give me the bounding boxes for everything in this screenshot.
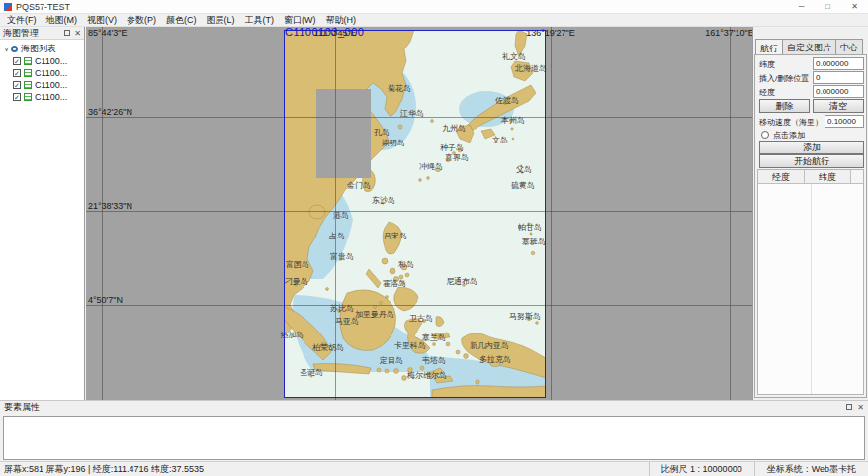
chart-tree: ∨ 海图列表 ✓C1100...✓C1100...✓C1100...✓C1100…	[0, 40, 84, 400]
status-scale: 比例尺 1 : 10000000	[649, 462, 754, 476]
island-label: 加里曼丹岛	[355, 309, 394, 320]
menu-item[interactable]: 图层(L)	[202, 14, 240, 27]
graticule-meridian-line	[335, 27, 336, 400]
chart-manager-panel: 海图管理 ✕ ∨ 海图列表 ✓C1100...✓C1100...✓C1100..…	[0, 27, 85, 400]
island-label: 卡里科岛	[394, 340, 426, 351]
island-label: 尼通布岛	[446, 276, 477, 287]
island-label: 北海道岛	[515, 63, 547, 74]
graticule-meridian-line	[730, 27, 731, 400]
move-speed-label: 移动速度（海里）	[759, 117, 823, 128]
caret-down-icon[interactable]: ∨	[2, 46, 11, 53]
window-title: PQS57-TEST	[16, 2, 70, 12]
chart-item-label: C1100...	[35, 68, 67, 78]
status-bar: 屏幕x:581 屏幕y:196 | 经度:111.4716 纬度:37.5535…	[0, 461, 868, 476]
nautical-chart[interactable]: 礼文岛北海道岛菊花岛佐渡岛江华岛本州岛九州岛孔岛文岛崇明岛种子岛喜界岛冲绳岛父岛…	[284, 30, 546, 398]
island-label: 霍洛岛	[383, 278, 406, 289]
graticule-parallel-line	[86, 117, 752, 118]
island-label: 卫古岛	[409, 313, 433, 324]
tab-center[interactable]: 中心	[835, 39, 863, 54]
island-label: 吕宋岛	[384, 231, 407, 241]
feature-properties-area	[3, 416, 865, 460]
chart-manager-header: 海图管理 ✕	[0, 27, 84, 40]
column-header-longitude[interactable]: 经度	[758, 170, 805, 183]
waypoint-table-header: 经度 纬度	[758, 170, 863, 184]
menu-item[interactable]: 帮助(H)	[321, 14, 362, 27]
close-panel-icon[interactable]: ✕	[857, 403, 864, 412]
checkbox-checked-icon[interactable]: ✓	[13, 81, 21, 89]
menu-item[interactable]: 文件(F)	[2, 14, 42, 27]
island-label: 九州岛	[442, 123, 466, 134]
island-label: 圣诞岛	[300, 367, 323, 378]
longitude-input[interactable]	[813, 85, 864, 98]
checkbox-checked-icon[interactable]: ✓	[13, 93, 21, 101]
chart-list-item[interactable]: ✓C1100...	[0, 67, 84, 78]
insert-delete-position-input[interactable]	[813, 71, 864, 84]
longitude-label: 136°19'27"E	[526, 28, 575, 38]
island-label: 马亚岛	[335, 316, 359, 327]
latitude-label: 21°38'33"N	[88, 201, 132, 211]
island-label: 崇明岛	[382, 138, 405, 148]
navigation-tab-pane: 纬度 插入/删除位置 经度 删除 清空 移动速度（海里） 点击添加	[754, 54, 867, 398]
checkbox-checked-icon[interactable]: ✓	[13, 57, 21, 65]
island-label: 冲绳岛	[419, 161, 443, 172]
insert-delete-position-label: 插入/删除位置	[759, 73, 809, 84]
chart-tree-root[interactable]: ∨ 海图列表	[0, 44, 84, 54]
island-label: 东沙岛	[372, 195, 395, 206]
chart-list-item[interactable]: ✓C1100...	[0, 55, 84, 66]
island-label: 柏荣胡岛	[312, 342, 344, 353]
waypoint-table-body[interactable]	[758, 184, 863, 394]
menu-item[interactable]: 工具(T)	[240, 14, 280, 27]
float-panel-icon[interactable]	[64, 30, 70, 36]
menu-bar: 文件(F)地图(M)视图(V)参数(P)颜色(C)图层(L)工具(T)窗口(W)…	[0, 14, 868, 27]
window-controls: ─ □ ✕	[788, 0, 868, 14]
maximize-icon[interactable]: □	[815, 0, 841, 14]
graticule-parallel-line	[86, 305, 752, 306]
latitude-label: 36°42'26"N	[88, 107, 132, 117]
chart-list-item[interactable]: ✓C1100...	[0, 91, 84, 102]
island-label: 金门岛	[347, 180, 371, 191]
checkbox-checked-icon[interactable]: ✓	[13, 69, 21, 77]
chart-list-item[interactable]: ✓C1100...	[0, 79, 84, 90]
clear-button[interactable]: 清空	[813, 99, 864, 113]
longitude-label: 161°37'10"E	[705, 28, 752, 38]
latitude-label: 纬度	[759, 59, 775, 70]
menu-item[interactable]: 参数(P)	[122, 14, 161, 27]
minimize-icon[interactable]: ─	[788, 0, 815, 14]
float-panel-icon[interactable]	[846, 404, 852, 410]
table-scrollbar-stub	[851, 170, 863, 183]
island-label: 梅尔维尔岛	[407, 370, 447, 381]
status-coordinate-system: 坐标系统：Web墨卡托	[754, 462, 868, 476]
chart-item-label: C1100...	[35, 92, 67, 102]
click-add-label: 点击添加	[773, 130, 805, 141]
tab-navigation[interactable]: 航行	[755, 39, 783, 54]
app-window: PQS57-TEST ─ □ ✕ 文件(F)地图(M)视图(V)参数(P)颜色(…	[0, 0, 868, 476]
map-canvas[interactable]: 礼文岛北海道岛菊花岛佐渡岛江华岛本州岛九州岛孔岛文岛崇明岛种子岛喜界岛冲绳岛父岛…	[86, 27, 752, 400]
island-label: 父岛	[516, 164, 532, 175]
start-navigation-button[interactable]: 开始航行	[759, 154, 864, 168]
island-label: 塞班岛	[522, 237, 546, 247]
menu-item[interactable]: 窗口(W)	[279, 14, 321, 27]
app-icon	[4, 3, 12, 11]
menu-item[interactable]: 地图(M)	[42, 14, 83, 27]
column-header-latitude[interactable]: 纬度	[805, 170, 851, 183]
island-label: 定目岛	[380, 355, 403, 366]
tab-custom-image[interactable]: 自定义图片	[782, 39, 836, 54]
close-panel-icon[interactable]: ✕	[74, 29, 81, 38]
chart-item-label: C1100...	[35, 80, 67, 90]
move-speed-input[interactable]	[825, 115, 864, 128]
click-add-radio[interactable]	[761, 131, 769, 139]
chart-file-icon	[24, 81, 32, 89]
chart-file-icon	[24, 93, 32, 101]
delete-button[interactable]: 删除	[759, 99, 810, 113]
chart-file-icon	[24, 69, 32, 77]
graticule-meridian-line	[551, 27, 552, 400]
graticule-meridian-line	[102, 27, 103, 400]
island-label: 礼文岛	[502, 51, 526, 62]
column-divider	[811, 184, 812, 394]
menu-item[interactable]: 视图(V)	[82, 14, 122, 27]
add-button[interactable]: 添加	[759, 141, 864, 154]
menu-item[interactable]: 颜色(C)	[161, 14, 202, 27]
longitude-label: 85°44'3"E	[88, 28, 128, 38]
latitude-input[interactable]	[813, 57, 864, 70]
close-icon[interactable]: ✕	[841, 0, 868, 14]
